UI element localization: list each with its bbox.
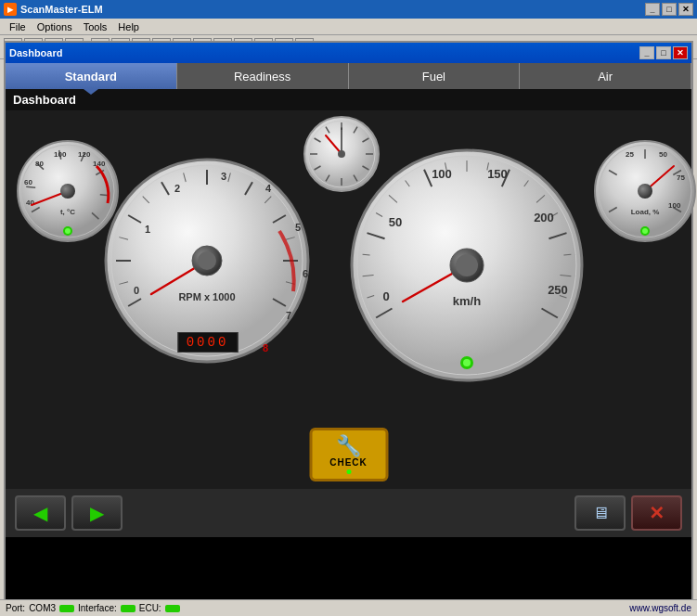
svg-text:200: 200: [534, 211, 554, 225]
svg-text:250: 250: [548, 283, 568, 297]
menubar: File Options Tools Help: [0, 19, 697, 35]
svg-text:5: 5: [295, 222, 301, 233]
check-engine-light: 🔧 CHECK: [309, 428, 388, 481]
svg-text:100: 100: [432, 167, 452, 181]
monitor-button[interactable]: 🖥: [574, 495, 626, 531]
load-gauge: 25 50 75 100 Load, %: [592, 138, 697, 245]
bottom-nav-bar: ◀ ▶ 🖥 ✕: [6, 489, 691, 537]
svg-point-20: [65, 228, 71, 234]
tab-air[interactable]: Air: [520, 63, 691, 89]
ecu-label: ECU:: [139, 603, 161, 613]
svg-text:150: 150: [487, 167, 508, 181]
svg-text:40: 40: [26, 199, 34, 207]
nav-left-buttons: ◀ ▶: [15, 495, 123, 531]
svg-text:25: 25: [626, 150, 634, 159]
statusbar: Port: COM3 Interface: ECU: www.wgsoft.de: [0, 599, 697, 616]
tab-fuel[interactable]: Fuel: [349, 63, 521, 89]
svg-text:2: 2: [174, 183, 180, 194]
menu-tools[interactable]: Tools: [78, 20, 113, 33]
dashboard-titlebar: Dashboard _ □ ✕: [6, 43, 691, 63]
interface-indicator: [121, 605, 136, 612]
forward-button[interactable]: ▶: [71, 495, 123, 531]
nav-right-buttons: 🖥 ✕: [574, 495, 682, 531]
svg-text:7: 7: [286, 310, 291, 321]
os-titlebar: ▶ ScanMaster-ELM _ □ ✕: [0, 0, 697, 19]
menu-options[interactable]: Options: [32, 20, 78, 33]
svg-text:50: 50: [659, 150, 667, 159]
svg-text:4: 4: [265, 183, 272, 194]
os-title: ScanMaster-ELM: [20, 4, 645, 15]
dash-maximize-button[interactable]: □: [656, 46, 671, 59]
rpm-digital-display: 0000: [177, 332, 238, 353]
tab-bar: Standard Readiness Fuel Air: [6, 63, 691, 89]
website-link: www.wgsoft.de: [629, 603, 691, 613]
statusbar-left: Port: COM3 Interface: ECU:: [6, 603, 180, 613]
os-window-controls: _ □ ✕: [645, 3, 693, 16]
svg-text:Load, %: Load, %: [631, 208, 660, 216]
dashboard-section-label: Dashboard: [6, 89, 691, 110]
svg-text:3: 3: [221, 171, 226, 182]
tab-readiness[interactable]: Readiness: [177, 63, 349, 89]
svg-point-121: [638, 184, 652, 199]
back-button[interactable]: ◀: [15, 495, 66, 531]
port-value: COM3: [29, 603, 56, 613]
check-engine-indicator: [346, 469, 351, 474]
dashboard-window-controls: _ □ ✕: [639, 46, 688, 59]
svg-point-105: [456, 254, 478, 276]
svg-text:km/h: km/h: [453, 294, 481, 308]
svg-text:75: 75: [677, 173, 685, 182]
check-engine-icon: 🔧: [336, 436, 361, 456]
svg-text:RPM x 1000: RPM x 1000: [178, 291, 235, 302]
svg-text:100: 100: [668, 201, 681, 210]
app-icon: ▶: [4, 3, 17, 16]
svg-text:8: 8: [263, 342, 268, 353]
check-engine-text: CHECK: [329, 457, 368, 468]
svg-text:60: 60: [24, 178, 32, 186]
svg-line-3: [26, 186, 35, 187]
rpm-gauge: 0 1 2 3 4 5 6 7 8 RPM x 1000: [103, 157, 312, 366]
port-label: Port:: [6, 603, 25, 613]
svg-text:0: 0: [382, 289, 389, 303]
svg-text:6: 6: [303, 268, 308, 279]
svg-point-18: [60, 184, 75, 199]
speed-gauge: 0 50 100 150 200 250 km/h: [349, 148, 586, 384]
dashboard-window-title: Dashboard: [9, 47, 62, 58]
rpm-value: 0000: [187, 335, 229, 350]
svg-point-37: [338, 150, 345, 158]
svg-point-123: [642, 228, 648, 234]
svg-text:100: 100: [54, 150, 67, 159]
menu-file[interactable]: File: [4, 20, 32, 33]
svg-point-107: [463, 359, 471, 366]
tab-standard[interactable]: Standard: [6, 63, 177, 89]
svg-text:120: 120: [78, 150, 91, 159]
os-minimize-button[interactable]: _: [645, 3, 660, 16]
svg-text:1: 1: [145, 224, 150, 235]
gauge-area: 40 60 80 100 120 140 t, °C: [6, 110, 691, 537]
dash-minimize-button[interactable]: _: [639, 46, 654, 59]
svg-point-70: [198, 251, 216, 270]
svg-text:0: 0: [134, 285, 139, 296]
os-maximize-button[interactable]: □: [662, 3, 677, 16]
interface-label: Interface:: [78, 603, 117, 613]
svg-text:80: 80: [35, 160, 44, 168]
svg-text:t, °C: t, °C: [60, 208, 75, 216]
dashboard-window: Dashboard _ □ ✕ Standard Readiness Fuel …: [4, 41, 693, 605]
os-close-button[interactable]: ✕: [678, 3, 693, 16]
port-indicator: [59, 605, 74, 612]
svg-text:50: 50: [389, 215, 402, 229]
close-button[interactable]: ✕: [631, 495, 682, 531]
menu-help[interactable]: Help: [112, 20, 145, 33]
dash-close-button[interactable]: ✕: [673, 46, 688, 59]
ecu-indicator: [165, 605, 180, 612]
